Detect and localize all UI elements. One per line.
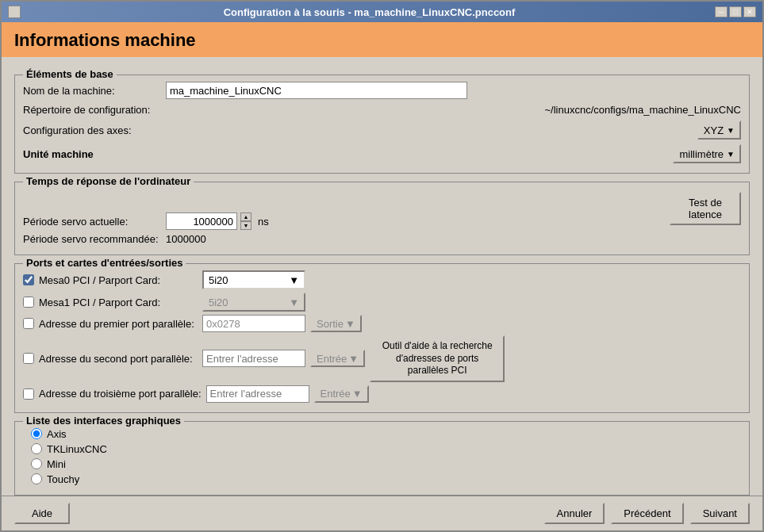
radio-tk-label: TKLinuxCNC [47, 443, 107, 455]
parallel2-input[interactable] [202, 350, 305, 367]
servo-spin-up[interactable]: ▲ [240, 212, 251, 221]
radio-touchy[interactable] [31, 473, 42, 484]
suivant-button[interactable]: Suivant [690, 503, 750, 524]
section-latence: Temps de réponse de l'ordinateur Période… [14, 182, 750, 255]
radio-tklinuxcnc[interactable] [31, 443, 42, 454]
servo-actuelle-input[interactable] [166, 212, 237, 230]
main-content: Informations machine Éléments de base No… [2, 22, 762, 530]
titlebar-controls: ─ □ ✕ [715, 6, 756, 17]
machine-name-label: Nom de la machine: [23, 85, 166, 97]
axes-dropdown[interactable]: XYZ ▼ [697, 121, 741, 140]
window-icon [8, 6, 21, 18]
machine-name-row: Nom de la machine: [23, 82, 741, 99]
section-ports: Ports et cartes d'entrées/sorties Mesa0 … [14, 263, 750, 413]
mesa1-checkbox[interactable] [23, 297, 34, 308]
precedent-button[interactable]: Précédent [611, 503, 683, 524]
parallel1-checkbox[interactable] [23, 318, 34, 329]
parallel2-direction[interactable]: Entrée ▼ [310, 350, 365, 367]
section-base-title: Éléments de base [23, 68, 117, 80]
parallel2-arrow-icon: ▼ [348, 353, 359, 365]
bottom-bar: Aide Annuler Précédent Suivant [2, 496, 762, 530]
parallel3-input[interactable] [206, 385, 309, 403]
bottom-right-buttons: Annuler Précédent Suivant [544, 503, 750, 524]
radio-axis-row: Axis [23, 428, 741, 440]
unit-label: Unité machine [23, 148, 166, 160]
parallel2-checkbox[interactable] [23, 353, 34, 364]
parallel2-label: Adresse du second port parallèle: [39, 353, 198, 365]
parallel3-label: Adresse du troisième port parallèle: [39, 388, 202, 400]
parallel1-label: Adresse du premier port parallèle: [39, 318, 198, 330]
window-title: Configuration à la souris - ma_machine_L… [24, 6, 715, 18]
unit-select-wrap: millimètre ▼ [673, 144, 741, 163]
axes-label: Configuration des axes: [23, 124, 166, 136]
section-ports-title: Ports et cartes d'entrées/sorties [23, 257, 186, 269]
radio-touchy-label: Touchy [47, 473, 79, 485]
section-interfaces: Liste des interfaces graphiques Axis TKL… [14, 421, 750, 496]
main-window: Configuration à la souris - ma_machine_L… [0, 0, 764, 532]
section-base: Éléments de base Nom de la machine: Répe… [14, 75, 750, 174]
parallel1-direction-label: Sortie [317, 318, 344, 330]
mesa0-dropdown[interactable]: 5i20 ▼ [202, 270, 305, 289]
latence-right: Test de latence [670, 189, 741, 225]
port-row-mesa1: Mesa1 PCI / Parport Card: 5i20 ▼ [23, 293, 741, 312]
port-row-mesa0: Mesa0 PCI / Parport Card: 5i20 ▼ [23, 270, 741, 289]
mesa0-label: Mesa0 PCI / Parport Card: [39, 274, 198, 286]
content-area: Éléments de base Nom de la machine: Répe… [2, 57, 762, 496]
parallel1-arrow-icon: ▼ [345, 318, 355, 330]
minimize-button[interactable]: ─ [715, 6, 728, 17]
mesa1-dropdown[interactable]: 5i20 ▼ [202, 293, 305, 312]
servo-recommandee-label: Période servo recommandée: [23, 233, 166, 245]
radio-mini-row: Mini [23, 458, 741, 470]
port-row-parallel3: Adresse du troisième port parallèle: Ent… [23, 385, 741, 403]
radio-mini[interactable] [31, 458, 42, 469]
parallel1-input[interactable] [202, 315, 305, 332]
radio-touchy-row: Touchy [23, 473, 741, 485]
servo-actuelle-row: Période servo actuelle: ▲ ▼ ns [23, 212, 670, 230]
search-tool-button[interactable]: Outil d'aide à la recherche d'adresses d… [370, 335, 505, 382]
parallel3-arrow-icon: ▼ [352, 388, 363, 400]
config-dir-row: Répertoire de configuration: ~/linuxcnc/… [23, 104, 741, 116]
unit-dropdown[interactable]: millimètre ▼ [673, 144, 741, 163]
mesa1-label: Mesa1 PCI / Parport Card: [39, 297, 198, 308]
aide-button[interactable]: Aide [14, 503, 70, 524]
close-button[interactable]: ✕ [743, 6, 756, 17]
annuler-button[interactable]: Annuler [544, 503, 605, 524]
config-dir-label: Répertoire de configuration: [23, 104, 166, 116]
radio-tk-row: TKLinuxCNC [23, 443, 741, 455]
radio-axis[interactable] [31, 428, 42, 439]
test-latence-label: Test de latence [689, 197, 722, 220]
config-dir-value: ~/linuxcnc/configs/ma_machine_LinuxCNC [166, 104, 741, 116]
section-interfaces-title: Liste des interfaces graphiques [23, 415, 184, 427]
servo-unit: ns [258, 216, 269, 228]
page-title: Informations machine [14, 30, 750, 51]
mesa1-arrow-icon: ▼ [289, 297, 299, 308]
test-latence-button[interactable]: Test de latence [670, 192, 741, 225]
unit-value: millimètre [679, 148, 724, 160]
parallel3-direction[interactable]: Entrée ▼ [314, 385, 369, 403]
port-row-parallel1: Adresse du premier port parallèle: Sorti… [23, 315, 741, 332]
unit-arrow-icon: ▼ [727, 150, 735, 159]
mesa0-value: 5i20 [209, 274, 228, 286]
servo-recommandee-value: 1000000 [166, 233, 206, 245]
latence-left: Période servo actuelle: ▲ ▼ ns [23, 189, 670, 248]
servo-spinner: ▲ ▼ [240, 212, 251, 230]
section-latence-title: Temps de réponse de l'ordinateur [23, 175, 194, 187]
axes-value: XYZ [704, 124, 724, 136]
radio-axis-label: Axis [47, 428, 67, 440]
parallel1-direction[interactable]: Sortie ▼ [310, 315, 362, 332]
machine-name-input[interactable] [166, 82, 467, 99]
parallel2-direction-label: Entrée [317, 353, 347, 365]
maximize-button[interactable]: □ [729, 6, 742, 17]
radio-mini-label: Mini [47, 458, 66, 470]
page-header: Informations machine [2, 22, 762, 57]
axes-arrow-icon: ▼ [727, 126, 735, 135]
servo-input-wrap: ▲ ▼ ns [166, 212, 269, 230]
mesa1-value: 5i20 [209, 297, 228, 308]
search-tool-label: Outil d'aide à la recherche d'adresses d… [382, 340, 493, 376]
servo-spin-down[interactable]: ▼ [240, 221, 251, 230]
mesa0-checkbox[interactable] [23, 274, 34, 285]
port-row-parallel2: Adresse du second port parallèle: Entrée… [23, 335, 741, 382]
unit-row: Unité machine millimètre ▼ [23, 144, 741, 163]
parallel3-checkbox[interactable] [23, 388, 34, 400]
axes-right: XYZ ▼ [697, 121, 741, 140]
